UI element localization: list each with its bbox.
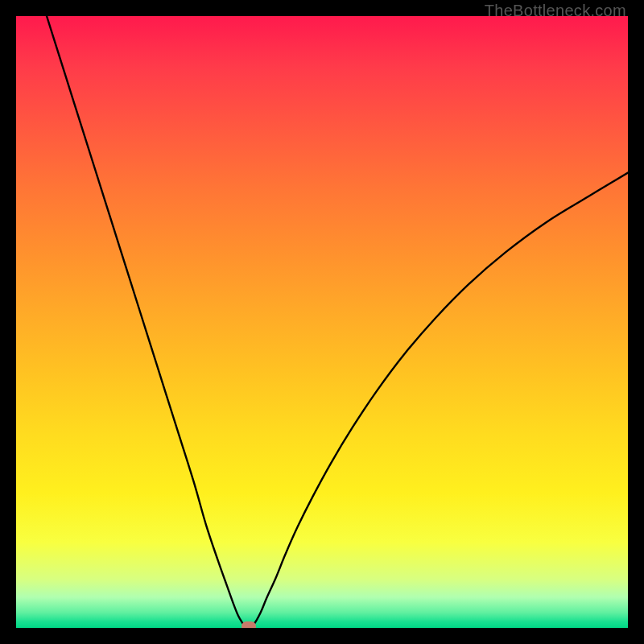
watermark-text: TheBottleneck.com bbox=[485, 2, 626, 20]
chart-frame: TheBottleneck.com bbox=[0, 0, 644, 644]
optimal-point-marker bbox=[242, 621, 256, 628]
plot-area bbox=[16, 16, 628, 628]
bottleneck-curve bbox=[16, 16, 628, 628]
